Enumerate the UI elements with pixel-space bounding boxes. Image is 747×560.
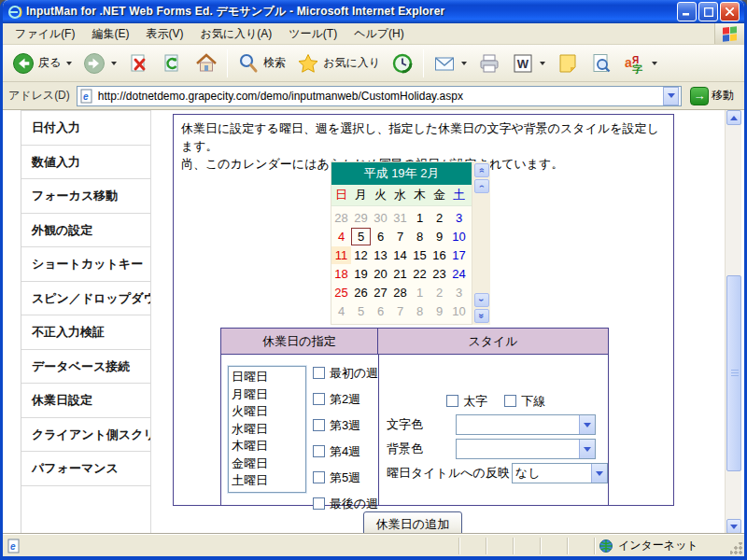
- maximize-button[interactable]: [698, 2, 718, 21]
- research-button[interactable]: [585, 49, 618, 78]
- menu-help[interactable]: ヘルプ(H): [345, 23, 413, 45]
- sidebar-item[interactable]: データベース接続: [21, 350, 150, 385]
- calendar-date-cell[interactable]: 26: [351, 284, 371, 301]
- sidebar-item[interactable]: クライアント側スクリプト: [21, 418, 150, 453]
- translate-button[interactable]: a Я 字: [618, 49, 663, 78]
- weekday-option[interactable]: 金曜日: [232, 455, 303, 473]
- reflect-dropdown-button[interactable]: [591, 464, 607, 483]
- bold-checkbox[interactable]: [446, 395, 458, 407]
- menu-view[interactable]: 表示(V): [137, 23, 191, 45]
- calendar-date-cell[interactable]: 8: [410, 302, 430, 320]
- calendar-date-cell[interactable]: 8: [410, 228, 430, 245]
- sidebar-item[interactable]: 休業日設定: [21, 384, 150, 418]
- history-button[interactable]: [386, 49, 419, 78]
- calendar-date-cell[interactable]: 22: [410, 265, 430, 283]
- menu-file[interactable]: ファイル(F): [7, 23, 83, 45]
- backcolor-dropdown-button[interactable]: [579, 440, 595, 458]
- menu-tools[interactable]: ツール(T): [280, 23, 345, 45]
- calendar-date-cell[interactable]: 19: [351, 265, 371, 283]
- search-button[interactable]: 検索: [232, 49, 291, 78]
- calendar-date-cell[interactable]: 2: [430, 209, 449, 227]
- calendar-date-cell[interactable]: 10: [449, 228, 469, 245]
- calendar-date-cell[interactable]: 5: [351, 228, 371, 245]
- week-checkbox[interactable]: [313, 419, 325, 431]
- calendar-date-cell[interactable]: 7: [390, 228, 410, 245]
- calendar-date-cell[interactable]: 30: [371, 209, 390, 227]
- scroll-down-button[interactable]: [726, 519, 741, 534]
- underline-checkbox-row[interactable]: 下線: [504, 392, 545, 410]
- calendar-date-cell[interactable]: 20: [371, 265, 390, 283]
- reflect-dropdown[interactable]: なし: [512, 463, 608, 483]
- home-button[interactable]: [190, 49, 223, 78]
- calendar-date-cell[interactable]: 29: [351, 209, 371, 227]
- weekday-option[interactable]: 土曜日: [232, 472, 303, 490]
- weekday-option[interactable]: 日曜日: [232, 369, 303, 386]
- week-checkbox-row[interactable]: 第5週: [313, 469, 378, 486]
- week-checkbox[interactable]: [313, 471, 325, 483]
- calendar-date-cell[interactable]: 1: [410, 284, 430, 301]
- address-dropdown-button[interactable]: [663, 87, 679, 105]
- calendar-date-cell[interactable]: 1: [410, 209, 430, 227]
- mail-button[interactable]: [428, 49, 472, 78]
- calendar-date-cell[interactable]: 21: [390, 265, 410, 283]
- edit-with-word-button[interactable]: W: [506, 49, 551, 78]
- back-button[interactable]: 戻る: [7, 49, 78, 78]
- calendar-next-month-button[interactable]: ›: [474, 293, 489, 307]
- sidebar-item[interactable]: パフォーマンス: [21, 452, 150, 486]
- address-input[interactable]: e http://dotnetdemo.grapecity.com/demo/i…: [77, 86, 682, 106]
- weekday-option[interactable]: 月曜日: [232, 386, 303, 404]
- week-checkbox[interactable]: [313, 445, 325, 457]
- calendar-date-cell[interactable]: 24: [449, 265, 469, 283]
- calendar-date-cell[interactable]: 3: [449, 209, 469, 227]
- sidebar-item[interactable]: 数値入力: [21, 146, 150, 180]
- stop-button[interactable]: [122, 49, 156, 78]
- calendar-date-cell[interactable]: 9: [430, 228, 449, 245]
- calendar-date-cell[interactable]: 16: [430, 246, 449, 264]
- calendar-date-cell[interactable]: 4: [331, 302, 351, 320]
- calendar-prev-year-button[interactable]: »: [474, 163, 489, 177]
- menu-edit[interactable]: 編集(E): [83, 23, 137, 45]
- forecolor-dropdown-button[interactable]: [579, 415, 595, 434]
- scrollbar-thumb[interactable]: [726, 275, 741, 471]
- backcolor-dropdown[interactable]: [456, 439, 596, 459]
- calendar-date-cell[interactable]: 6: [371, 302, 390, 320]
- sidebar-item[interactable]: フォーカス移動: [21, 179, 150, 214]
- week-checkbox-row[interactable]: 第4週: [313, 442, 378, 460]
- notes-button[interactable]: [551, 49, 585, 78]
- calendar-date-cell[interactable]: 28: [331, 209, 351, 227]
- menu-favorites[interactable]: お気に入り(A): [191, 23, 280, 45]
- weekday-option[interactable]: 木曜日: [232, 438, 303, 455]
- calendar-date-cell[interactable]: 28: [390, 284, 410, 301]
- week-checkbox-row[interactable]: 第3週: [313, 416, 378, 434]
- forecolor-dropdown[interactable]: [456, 414, 596, 435]
- week-checkbox[interactable]: [313, 497, 325, 510]
- calendar-date-cell[interactable]: 12: [351, 246, 371, 264]
- sidebar-item[interactable]: 日付入力: [21, 111, 150, 146]
- go-button[interactable]: → 移動: [686, 84, 740, 108]
- weekday-option[interactable]: 火曜日: [232, 403, 303, 421]
- week-checkbox-row[interactable]: 最後の週: [313, 495, 378, 512]
- calendar-date-cell[interactable]: 17: [449, 246, 469, 264]
- add-holiday-button[interactable]: 休業日の追加: [363, 511, 462, 534]
- calendar-date-cell[interactable]: 5: [351, 302, 371, 320]
- forward-button[interactable]: [78, 49, 122, 78]
- calendar-date-cell[interactable]: 18: [331, 265, 351, 283]
- refresh-button[interactable]: [156, 49, 190, 78]
- sidebar-item[interactable]: 外観の設定: [21, 214, 150, 248]
- week-checkbox[interactable]: [313, 393, 325, 405]
- calendar-prev-month-button[interactable]: ›: [474, 179, 489, 193]
- calendar-date-cell[interactable]: 10: [449, 302, 469, 320]
- calendar-date-cell[interactable]: 7: [390, 302, 410, 320]
- weekday-option[interactable]: 水曜日: [232, 421, 303, 439]
- address-url[interactable]: http://dotnetdemo.grapecity.com/demo/inp…: [98, 90, 659, 103]
- underline-checkbox[interactable]: [504, 395, 516, 407]
- calendar-date-cell[interactable]: 31: [390, 209, 410, 227]
- sidebar-item[interactable]: スピン／ドロップダウン: [21, 282, 150, 316]
- close-button[interactable]: [720, 2, 740, 21]
- calendar-date-cell[interactable]: 4: [331, 228, 351, 245]
- calendar-date-cell[interactable]: 6: [371, 228, 390, 245]
- calendar-next-year-button[interactable]: »: [474, 309, 489, 323]
- minimize-button[interactable]: [677, 2, 697, 21]
- favorites-button[interactable]: お気に入り: [291, 49, 386, 78]
- calendar-date-cell[interactable]: 15: [410, 246, 430, 264]
